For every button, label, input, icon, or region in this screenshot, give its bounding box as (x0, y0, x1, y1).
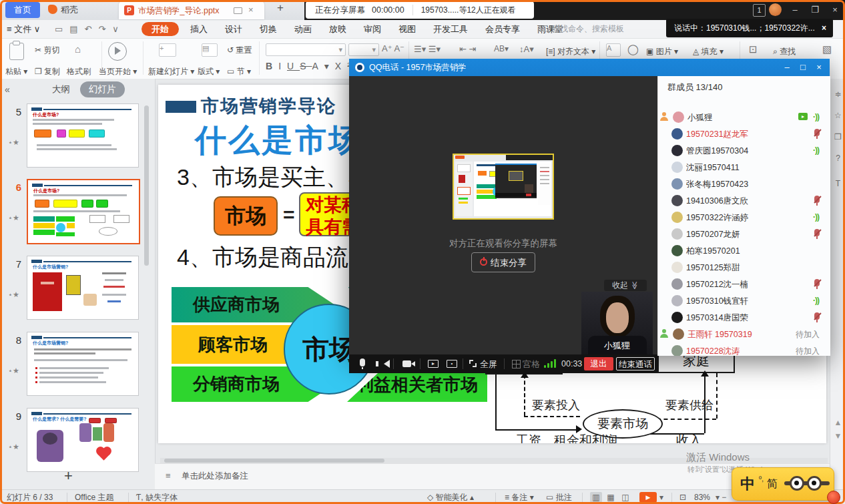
member-row[interactable]: 管庆圆19570304·)) (658, 143, 830, 160)
fit-zoom-icon[interactable]: ⊡ (679, 490, 686, 504)
picture-button[interactable]: ▣ 图片 ▾ (646, 46, 678, 57)
section-button[interactable]: ▭ 节 ▾ (227, 66, 251, 77)
theme-label[interactable]: Office 主题 (75, 490, 113, 504)
zoom-level[interactable]: 83% (694, 490, 710, 504)
quick-access-toolbar[interactable]: ▭▤↶↷∨ (55, 20, 125, 38)
grid-view-icon[interactable] (512, 360, 521, 368)
new-slide-button[interactable]: 新建幻灯片 ▾ (148, 66, 194, 77)
grid-view-label[interactable]: 宫格 (523, 358, 540, 370)
help-icon[interactable]: ? (830, 154, 845, 163)
self-video-thumbnail[interactable]: 小狐狸 (581, 292, 653, 354)
qq-close-button[interactable]: × (811, 59, 827, 76)
shapes-icon[interactable]: ◯ (627, 43, 639, 55)
slideshow-dropdown[interactable]: ▾ (659, 490, 663, 504)
account-avatar[interactable] (769, 3, 782, 16)
member-row[interactable]: 19570310钱宜轩·)) (658, 293, 830, 310)
menu-tab-6[interactable]: 放映 (320, 20, 355, 38)
minimize-button[interactable]: – (785, 0, 805, 20)
animation-star-icon[interactable]: ☆ (830, 111, 845, 120)
camera-icon[interactable] (402, 360, 411, 367)
member-row[interactable]: 19410306唐文欣 (658, 193, 830, 210)
scrollbar-thumb[interactable] (164, 459, 384, 463)
slide-thumbnail-5[interactable]: 什么是市场? (27, 103, 139, 168)
exit-button[interactable]: 退出 (584, 357, 613, 370)
font-grow-shrink[interactable]: A⁺ A⁻ (382, 43, 404, 53)
slide-thumbnail-6[interactable]: 什么是市场? (27, 179, 140, 244)
close-tab-icon[interactable]: × (248, 5, 254, 15)
slide-thumbnail-8[interactable]: 什么是市场营销? (27, 332, 139, 396)
end-share-button[interactable]: 结束分享 (471, 252, 535, 272)
microphone-icon[interactable] (360, 358, 365, 366)
text-direction-icon[interactable]: AB▾ (494, 44, 509, 53)
maximize-button[interactable]: ❐ (805, 0, 825, 20)
close-button[interactable]: × (825, 0, 845, 20)
next-slide-arrow[interactable]: ▼ (830, 431, 845, 441)
sorter-view-button[interactable]: ▦ (605, 492, 617, 503)
menu-tab-5[interactable]: 动画 (286, 20, 320, 38)
cut-button[interactable]: ✂ 剪切 (35, 45, 59, 56)
tab-outline[interactable]: 大纲 (52, 83, 70, 95)
tab-home[interactable]: 首页 (5, 2, 40, 18)
member-row[interactable]: 小狐狸▸·)) (658, 109, 830, 126)
file-menu[interactable]: ≡ 文件 ∨ (7, 20, 40, 38)
menu-tab-8[interactable]: 视图 (390, 20, 425, 38)
reset-button[interactable]: ↺ 重置 (227, 45, 252, 56)
font-name-select[interactable]: ▾ (266, 43, 346, 56)
notes-toggle-button[interactable]: ≡ 备注 ▾ (505, 490, 534, 504)
member-row[interactable]: 19570207龙妍 (658, 226, 830, 243)
qq-titlebar[interactable]: QQ电话 - 1957市场营销学 – □ × (349, 59, 830, 76)
paste-button[interactable]: 粘贴 ▾ (5, 66, 27, 77)
search-box[interactable]: 查找命令、搜索模板 (542, 23, 669, 35)
member-row[interactable]: 19570231赵龙军 (658, 126, 830, 143)
screen-share-icon[interactable]: ▸ (428, 360, 439, 368)
prev-slide-arrow[interactable]: ▲ (830, 418, 845, 427)
member-row[interactable]: 柏寒19570201 (658, 243, 830, 260)
menu-tab-10[interactable]: 会员专享 (477, 20, 529, 38)
properties-icon[interactable]: ≑ (830, 89, 845, 99)
toast-close-icon[interactable]: × (822, 19, 826, 37)
qq-maximize-button[interactable]: □ (795, 59, 811, 76)
font-size-select[interactable]: ▾ (348, 43, 379, 56)
slide-thumbnail-9[interactable]: 什么是需求? 什么是需要? (27, 408, 139, 472)
play-from-page-button[interactable]: 当页开始 ▾ (99, 66, 137, 77)
text-tool-icon[interactable]: T (830, 179, 845, 188)
menu-tab-4[interactable]: 切换 (251, 20, 286, 38)
window-badge[interactable]: 1 (753, 4, 766, 17)
clipboard-icon[interactable]: ❐ (830, 132, 845, 142)
line-spacing-icon[interactable]: ↕A▾ (519, 44, 534, 54)
menu-tab-1[interactable]: 开始 (142, 22, 179, 36)
add-slide-button[interactable]: + (64, 467, 73, 485)
bullet-list-icon[interactable]: ☰▾ ☰▾ (414, 44, 441, 54)
present-monitor-icon[interactable]: ⊡ (749, 43, 758, 55)
fullscreen-label[interactable]: 全屏 (480, 358, 497, 370)
member-row[interactable]: 19570212沈一楠 (658, 276, 830, 293)
beautify-button[interactable]: ◇ 智能美化 ▴ (427, 490, 474, 504)
ime-popup[interactable]: 中 º, 简 (732, 467, 834, 501)
menu-tab-3[interactable]: 设计 (216, 20, 251, 38)
new-tab-button[interactable]: + (277, 1, 284, 15)
menu-tab-9[interactable]: 开发工具 (425, 20, 477, 38)
speaker-icon[interactable] (384, 360, 390, 368)
fullscreen-icon[interactable] (469, 360, 477, 367)
layout-button[interactable]: 版式 ▾ (198, 66, 220, 77)
end-call-button[interactable]: 结束通话 (616, 357, 655, 370)
comments-button[interactable]: ▭ 批注 (546, 490, 572, 504)
zoom-dropdown[interactable]: ▾ − (716, 490, 726, 504)
member-row[interactable]: 19570125郑甜 (658, 260, 830, 276)
align-text-button[interactable]: [≡] 对齐文本 ▾ (546, 46, 595, 57)
menu-tab-2[interactable]: 插入 (182, 20, 216, 38)
menu-tab-7[interactable]: 审阅 (355, 20, 390, 38)
collapse-panel-button[interactable]: « (5, 84, 10, 95)
textbox-icon[interactable]: A (606, 43, 621, 57)
tab-slides[interactable]: 幻灯片 (80, 81, 125, 97)
reading-view-button[interactable]: ◫ (619, 492, 631, 503)
whiteboard-icon[interactable]: • (447, 360, 457, 368)
tab-document[interactable]: P 市场营销学_导论.pptx × (119, 1, 264, 19)
member-row[interactable]: 19570322许涵婷·)) (658, 210, 830, 226)
collapse-video-button[interactable]: 收起 ≫ (604, 280, 647, 291)
slide-thumbnail-7[interactable]: 什么是市场营销? (27, 256, 139, 320)
member-row[interactable]: 王雨轩 19570319待加入 (658, 326, 830, 343)
tab-docer[interactable]: 稻壳 (48, 2, 78, 18)
normal-view-button[interactable]: ▥ (590, 492, 602, 503)
qq-call-window[interactable]: QQ电话 - 1957市场营销学 – □ × (349, 59, 830, 356)
